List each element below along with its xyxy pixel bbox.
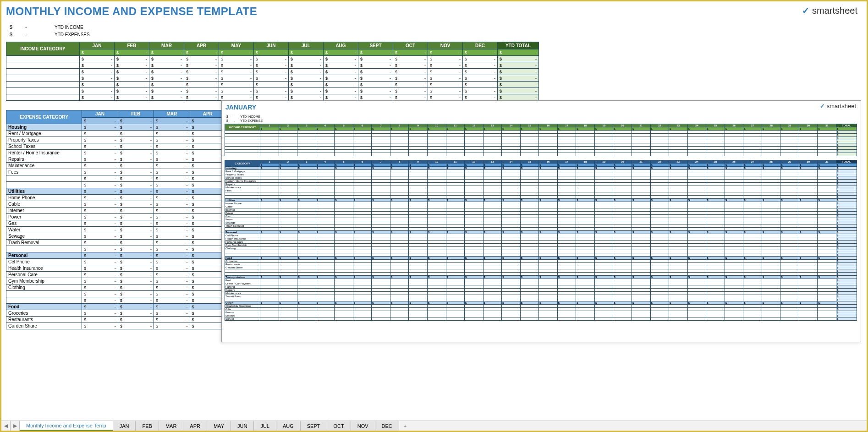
- overlay-expense-total[interactable]: $: [836, 282, 857, 285]
- overlay-income-cell[interactable]: [743, 153, 762, 156]
- overlay-income-cell[interactable]: [539, 147, 558, 150]
- overlay-income-cell[interactable]: [539, 140, 558, 143]
- overlay-income-cell[interactable]: [427, 147, 446, 150]
- expense-cell[interactable]: $-: [118, 150, 154, 156]
- overlay-expense-cell[interactable]: [818, 196, 836, 199]
- overlay-expense-cell[interactable]: [799, 244, 818, 247]
- overlay-expense-cell[interactable]: [762, 218, 780, 221]
- overlay-expense-cell[interactable]: [279, 266, 297, 269]
- overlay-expense-cell[interactable]: [799, 215, 818, 218]
- overlay-expense-cell[interactable]: [483, 208, 502, 212]
- overlay-expense-cell[interactable]: [818, 189, 836, 192]
- overlay-expense-total[interactable]: $: [836, 186, 857, 189]
- overlay-expense-cell[interactable]: [687, 183, 706, 186]
- overlay-income-cell[interactable]: [650, 131, 669, 134]
- overlay-expense-cell[interactable]: [762, 192, 780, 196]
- overlay-expense-cell[interactable]: [446, 202, 465, 205]
- overlay-expense-cell[interactable]: [353, 269, 372, 273]
- expense-cell[interactable]: $-: [154, 246, 190, 252]
- income-cell[interactable]: $-: [393, 94, 428, 101]
- income-cell[interactable]: $-: [393, 82, 428, 88]
- income-cell[interactable]: $-: [80, 56, 115, 62]
- income-cell[interactable]: $-: [324, 69, 358, 75]
- overlay-expense-cell[interactable]: [557, 317, 576, 321]
- overlay-expense-cell[interactable]: [539, 202, 558, 205]
- income-cell[interactable]: $-: [358, 94, 393, 101]
- income-cell[interactable]: $-: [184, 75, 219, 82]
- overlay-expense-cell[interactable]: [706, 218, 725, 221]
- expense-row[interactable]: $-$-$-$-: [6, 291, 226, 297]
- overlay-expense-cell[interactable]: [427, 263, 446, 266]
- overlay-expense-cell[interactable]: [372, 250, 390, 253]
- overlay-expense-cell[interactable]: [539, 215, 558, 218]
- overlay-expense-cell[interactable]: [427, 228, 446, 231]
- overlay-expense-cell[interactable]: [799, 266, 818, 269]
- overlay-expense-cell[interactable]: [279, 263, 297, 266]
- overlay-expense-cell[interactable]: [279, 202, 297, 205]
- overlay-expense-cell[interactable]: [390, 234, 409, 237]
- overlay-expense-cell[interactable]: [576, 282, 595, 285]
- overlay-income-total-cell[interactable]: $: [836, 143, 857, 147]
- overlay-expense-cell[interactable]: [297, 208, 316, 212]
- overlay-expense-cell[interactable]: [353, 250, 372, 253]
- overlay-expense-cell[interactable]: [669, 192, 688, 196]
- overlay-expense-cell[interactable]: [409, 176, 428, 180]
- overlay-income-cell[interactable]: [353, 143, 372, 147]
- overlay-expense-cell[interactable]: [446, 234, 465, 237]
- overlay-income-cell[interactable]: [576, 150, 595, 153]
- overlay-expense-cell[interactable]: [687, 279, 706, 282]
- overlay-expense-cell[interactable]: [353, 215, 372, 218]
- overlay-expense-cell[interactable]: [260, 221, 279, 224]
- overlay-expense-cell[interactable]: [427, 260, 446, 263]
- expense-row[interactable]: Trash Removal$-$-$-$-: [6, 240, 226, 246]
- overlay-income-cell[interactable]: [799, 134, 818, 137]
- overlay-expense-cell[interactable]: [427, 285, 446, 289]
- overlay-expense-cell[interactable]: [743, 173, 762, 176]
- overlay-expense-cell[interactable]: [743, 305, 762, 308]
- income-cell[interactable]: $-: [254, 62, 289, 69]
- expense-row[interactable]: Water$-$-$-$-: [6, 227, 226, 233]
- overlay-expense-cell[interactable]: [316, 183, 335, 186]
- overlay-expense-cell[interactable]: [260, 180, 279, 183]
- overlay-expense-cell[interactable]: [799, 298, 818, 301]
- income-cell[interactable]: $-: [289, 88, 324, 94]
- overlay-expense-row[interactable]: $: [225, 192, 857, 196]
- overlay-expense-cell[interactable]: [390, 205, 409, 208]
- overlay-expense-cell[interactable]: [687, 221, 706, 224]
- overlay-income-cell[interactable]: [316, 137, 335, 140]
- overlay-expense-cell[interactable]: [409, 208, 428, 212]
- overlay-expense-cell[interactable]: [818, 250, 836, 253]
- expense-cell[interactable]: $-: [82, 278, 118, 284]
- income-cell[interactable]: $-: [289, 62, 324, 69]
- overlay-expense-cell[interactable]: [297, 196, 316, 199]
- expense-cell[interactable]: $-: [154, 310, 190, 317]
- overlay-expense-cell[interactable]: [390, 295, 409, 298]
- overlay-expense-cell[interactable]: [799, 247, 818, 250]
- overlay-expense-total[interactable]: $: [836, 202, 857, 205]
- overlay-expense-cell[interactable]: [594, 176, 613, 180]
- overlay-expense-cell[interactable]: [632, 202, 650, 205]
- overlay-expense-cell[interactable]: [390, 292, 409, 295]
- expense-cell[interactable]: $-: [82, 169, 118, 175]
- overlay-expense-total[interactable]: $: [836, 215, 857, 218]
- overlay-expense-cell[interactable]: [390, 289, 409, 292]
- expense-cell[interactable]: $-: [190, 214, 225, 220]
- overlay-expense-cell[interactable]: [335, 186, 353, 189]
- overlay-income-cell[interactable]: [465, 134, 483, 137]
- overlay-expense-cell[interactable]: [594, 260, 613, 263]
- overlay-expense-cell[interactable]: [483, 260, 502, 263]
- overlay-expense-cell[interactable]: [502, 196, 521, 199]
- overlay-expense-cell[interactable]: [335, 314, 353, 317]
- overlay-expense-cell[interactable]: [632, 314, 650, 317]
- overlay-expense-cell[interactable]: [279, 192, 297, 196]
- overlay-expense-cell[interactable]: [279, 183, 297, 186]
- overlay-expense-cell[interactable]: [780, 314, 799, 317]
- overlay-income-cell[interactable]: [557, 153, 576, 156]
- overlay-expense-cell[interactable]: [725, 202, 743, 205]
- overlay-expense-cell[interactable]: [762, 311, 780, 314]
- overlay-expense-cell[interactable]: [762, 228, 780, 231]
- overlay-expense-cell[interactable]: [669, 282, 688, 285]
- expense-cell[interactable]: $-: [154, 233, 190, 240]
- overlay-income-cell[interactable]: [576, 131, 595, 134]
- overlay-expense-cell[interactable]: [650, 173, 669, 176]
